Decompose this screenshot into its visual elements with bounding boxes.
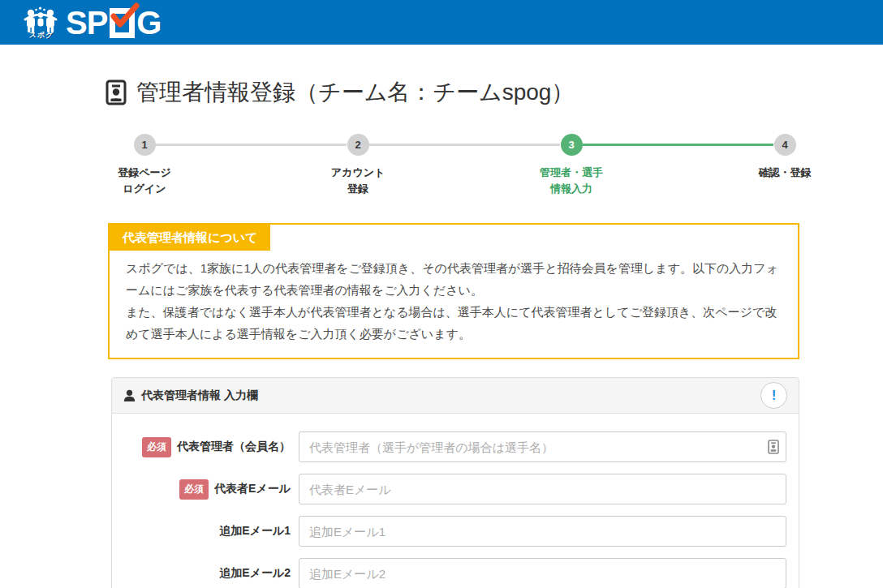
portrait-card-input-icon <box>768 440 779 454</box>
step-4-confirm: 4 確認・登録 <box>712 134 858 181</box>
rep-email-input-wrap <box>299 474 786 504</box>
step-4-label-line1: 確認・登録 <box>712 165 858 181</box>
extra-email-2-input[interactable] <box>299 558 786 588</box>
logo-katakana: スポグ <box>29 32 54 39</box>
step-2-account: 2 アカウント 登録 <box>285 134 431 197</box>
step-3-label: 管理者・選手 情報入力 <box>498 165 644 197</box>
step-3-info-entry: 3 管理者・選手 情報入力 <box>498 134 644 197</box>
required-badge: 必須 <box>142 437 171 457</box>
brand-checkbox-o <box>110 8 135 38</box>
orange-check-icon <box>109 2 141 30</box>
step-1-label-line2: ログイン <box>71 181 218 197</box>
step-2-label: アカウント 登録 <box>285 165 431 197</box>
top-header-bar: スポグ SP G <box>0 0 883 45</box>
form-row-extra-email-2: 追加Eメール2 <box>124 558 786 588</box>
label-col-extra-email-1: 追加Eメール1 <box>124 524 291 539</box>
form-card-header: 代表管理者情報 入力欄 ! <box>112 378 799 414</box>
extra-email-1-input-wrap <box>299 516 786 547</box>
extra-email-1-input[interactable] <box>299 516 786 547</box>
step-1-label: 登録ページ ログイン <box>71 165 218 197</box>
info-exclamation-button[interactable]: ! <box>760 382 787 409</box>
step-1-login: 1 登録ページ ログイン <box>71 134 218 197</box>
step-1-circle: 1 <box>134 134 156 156</box>
step-3-label-line2: 情報入力 <box>498 181 644 197</box>
form-row-rep-email: 必須 代表者Eメール <box>124 474 786 504</box>
admin-name-label: 代表管理者（会員名） <box>177 440 291 454</box>
step-4-label: 確認・登録 <box>712 165 858 181</box>
notice-body: スポグでは、1家族に1人の代表管理者をご登録頂き、その代表管理者が選手と招待会員… <box>110 251 798 358</box>
notice-title: 代表管理者情報について <box>110 225 270 251</box>
notice-paragraph-1: スポグでは、1家族に1人の代表管理者をご登録頂き、その代表管理者が選手と招待会員… <box>126 257 782 301</box>
admin-name-input[interactable] <box>299 431 786 462</box>
brand-sp: SP <box>66 6 107 39</box>
label-col-extra-email-2: 追加Eメール2 <box>124 566 291 581</box>
brand-wordmark: SP G <box>66 6 161 39</box>
spog-logo[interactable]: スポグ SP G <box>23 6 161 39</box>
admin-name-input-wrap <box>299 431 786 462</box>
logo-family-icon: スポグ <box>23 6 60 39</box>
admin-info-form-card: 代表管理者情報 入力欄 ! 必須 代表管理者（会員名） <box>111 377 799 588</box>
form-row-extra-email-1: 追加Eメール1 <box>124 516 786 547</box>
family-icon <box>23 6 60 33</box>
step-3-label-line1: 管理者・選手 <box>498 165 644 181</box>
page-title-text: 管理者情報登録（チーム名：チームspog） <box>136 77 574 108</box>
label-col-admin-name: 必須 代表管理者（会員名） <box>124 437 291 457</box>
step-4-circle: 4 <box>774 134 796 156</box>
portrait-card-icon <box>106 79 127 105</box>
step-3-circle: 3 <box>561 134 583 156</box>
extra-email-2-label: 追加Eメール2 <box>219 566 291 581</box>
form-row-admin-name: 必須 代表管理者（会員名） <box>124 431 786 462</box>
form-card-title: 代表管理者情報 入力欄 <box>141 388 258 403</box>
person-icon <box>123 389 136 401</box>
admin-info-notice-box: 代表管理者情報について スポグでは、1家族に1人の代表管理者をご登録頂き、その代… <box>108 223 799 359</box>
form-card-body: 必須 代表管理者（会員名） 必須 代表者Eメール <box>112 414 799 588</box>
required-badge: 必須 <box>179 479 209 500</box>
step-2-label-line1: アカウント <box>285 165 431 181</box>
page-title: 管理者情報登録（チーム名：チームspog） <box>106 77 883 108</box>
extra-email-2-input-wrap <box>299 558 786 588</box>
rep-email-label: 代表者Eメール <box>214 482 291 496</box>
notice-paragraph-2: また、保護者ではなく選手本人が代表管理者となる場合は、選手本人にて代表管理者とし… <box>126 301 782 345</box>
registration-stepper: 1 登録ページ ログイン 2 アカウント 登録 3 管理者・選手 情報入力 4 … <box>0 134 883 200</box>
step-2-label-line2: 登録 <box>285 181 431 197</box>
label-col-rep-email: 必須 代表者Eメール <box>124 479 291 500</box>
rep-email-input[interactable] <box>299 474 786 504</box>
step-2-circle: 2 <box>347 134 369 156</box>
extra-email-1-label: 追加Eメール1 <box>219 524 291 539</box>
step-1-label-line1: 登録ページ <box>71 165 218 181</box>
